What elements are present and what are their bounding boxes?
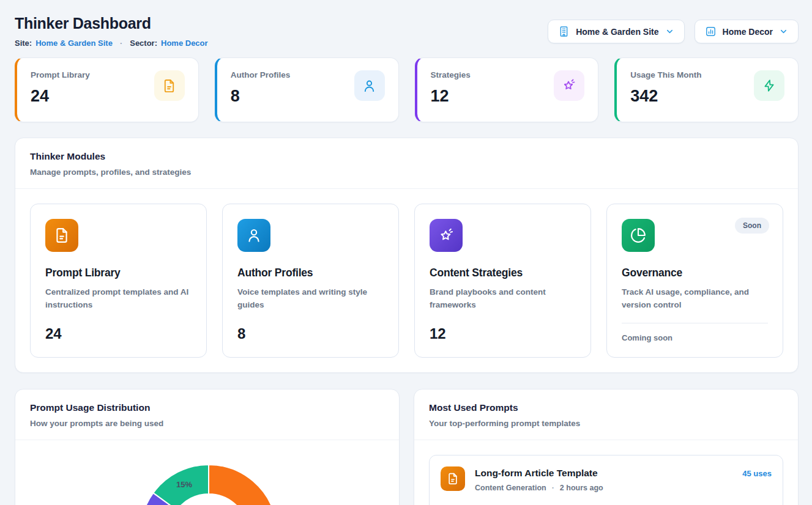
stat-text: Prompt Library 24	[31, 70, 90, 106]
sector-label: Sector:	[130, 39, 157, 48]
stat-value: 24	[31, 87, 90, 106]
stat-label: Prompt Library	[31, 70, 90, 79]
lightning-icon	[754, 70, 784, 101]
sector-selector-label: Home Decor	[723, 27, 773, 37]
prompt-usage-panel: Prompt Usage Distribution How your promp…	[15, 389, 400, 505]
prompt-item-time: 2 hours ago	[560, 484, 603, 492]
module-card-content-strategies[interactable]: Content Strategies Brand playbooks and c…	[414, 204, 591, 358]
site-link[interactable]: Home & Garden Site	[35, 39, 113, 48]
thinker-modules-panel: Thinker Modules Manage prompts, profiles…	[15, 138, 799, 373]
modules-subtitle: Manage prompts, profiles, and strategies	[30, 168, 783, 177]
stat-card-prompt-library: Prompt Library 24	[15, 57, 199, 122]
site-selector-button[interactable]: Home & Garden Site	[548, 20, 684, 43]
module-title: Author Profiles	[237, 267, 384, 279]
module-value: 8	[237, 325, 384, 342]
prompt-item-meta: Content Generation · 2 hours ago	[475, 484, 732, 492]
module-value: 24	[45, 325, 192, 342]
page-title: Thinker Dashboard	[15, 15, 208, 32]
module-card-prompt-library[interactable]: Prompt Library Centralized prompt templa…	[30, 204, 207, 358]
doughnut-svg: 15%	[15, 440, 400, 505]
stat-text: Usage This Month 342	[630, 70, 701, 106]
module-description: Voice templates and writing style guides	[237, 286, 384, 312]
module-title: Governance	[622, 267, 768, 279]
most-used-subtitle: Your top-performing prompt templates	[429, 419, 783, 428]
document-icon	[154, 70, 185, 101]
prompt-list: Long-form Article Template Content Gener…	[414, 440, 798, 505]
most-used-panel-header: Most Used Prompts Your top-performing pr…	[414, 389, 798, 440]
stat-label: Author Profiles	[231, 70, 291, 79]
pie-chart-icon	[622, 219, 655, 252]
document-icon	[441, 466, 465, 491]
stat-text: Author Profiles 8	[231, 70, 291, 106]
doughnut-slice	[209, 465, 277, 505]
bar-chart-icon	[705, 26, 717, 37]
chevron-down-icon	[779, 27, 788, 36]
module-description: Centralized prompt templates and AI inst…	[45, 286, 192, 312]
module-value: 12	[430, 325, 576, 342]
usage-title: Prompt Usage Distribution	[30, 402, 384, 413]
stat-label: Strategies	[431, 70, 471, 79]
modules-title: Thinker Modules	[30, 151, 783, 162]
prompt-item-body: Long-form Article Template Content Gener…	[475, 466, 732, 492]
stat-card-usage: Usage This Month 342	[614, 57, 799, 122]
sparkle-star-icon	[554, 70, 584, 101]
module-title: Prompt Library	[45, 267, 192, 279]
site-selector-label: Home & Garden Site	[576, 27, 658, 37]
sector-selector-button[interactable]: Home Decor	[695, 20, 799, 43]
doughnut-slice-label: 15%	[176, 480, 192, 489]
user-icon	[237, 219, 270, 252]
building-icon	[558, 26, 570, 37]
breadcrumb: Site: Home & Garden Site · Sector: Home …	[15, 39, 208, 48]
page-header: Thinker Dashboard Site: Home & Garden Si…	[15, 15, 799, 48]
stat-card-strategies: Strategies 12	[415, 57, 599, 122]
prompt-list-item[interactable]: Long-form Article Template Content Gener…	[429, 455, 783, 505]
module-description: Brand playbooks and content frameworks	[430, 286, 576, 312]
usage-panel-header: Prompt Usage Distribution How your promp…	[15, 389, 399, 440]
stat-value: 12	[431, 87, 471, 106]
prompt-item-title: Long-form Article Template	[475, 468, 732, 479]
stat-label: Usage This Month	[630, 70, 701, 79]
prompt-item-uses: 45 uses	[742, 469, 772, 478]
header-selectors: Home & Garden Site Home Decor	[548, 20, 799, 43]
site-label: Site:	[15, 39, 32, 48]
module-description: Track AI usage, compliance, and version …	[622, 286, 768, 312]
stat-text: Strategies 12	[431, 70, 471, 106]
usage-subtitle: How your prompts are being used	[30, 419, 384, 428]
chevron-down-icon	[665, 27, 674, 36]
stat-value: 8	[231, 87, 291, 106]
stats-row: Prompt Library 24 Author Profiles 8 Stra…	[15, 57, 799, 122]
modules-grid: Prompt Library Centralized prompt templa…	[15, 189, 798, 372]
most-used-title: Most Used Prompts	[429, 402, 783, 413]
module-footer: Coming soon	[622, 323, 768, 342]
module-card-governance[interactable]: Soon Governance Track AI usage, complian…	[606, 204, 783, 358]
sector-link[interactable]: Home Decor	[161, 39, 208, 48]
meta-separator: ·	[552, 484, 554, 492]
header-titles: Thinker Dashboard Site: Home & Garden Si…	[15, 15, 208, 48]
module-card-author-profiles[interactable]: Author Profiles Voice templates and writ…	[222, 204, 399, 358]
document-icon	[45, 219, 78, 252]
stat-card-author-profiles: Author Profiles 8	[215, 57, 399, 122]
sparkle-star-icon	[430, 219, 463, 252]
user-icon	[354, 70, 385, 101]
dashboard-page: Thinker Dashboard Site: Home & Garden Si…	[0, 0, 812, 505]
breadcrumb-separator: ·	[120, 39, 122, 48]
modules-panel-header: Thinker Modules Manage prompts, profiles…	[15, 138, 798, 189]
bottom-row: Prompt Usage Distribution How your promp…	[15, 389, 799, 505]
soon-badge: Soon	[735, 218, 769, 234]
module-title: Content Strategies	[430, 267, 576, 279]
prompt-item-category: Content Generation	[475, 484, 546, 492]
most-used-prompts-panel: Most Used Prompts Your top-performing pr…	[414, 389, 799, 505]
usage-doughnut-chart: 15%	[15, 440, 399, 505]
stat-value: 342	[630, 87, 701, 106]
